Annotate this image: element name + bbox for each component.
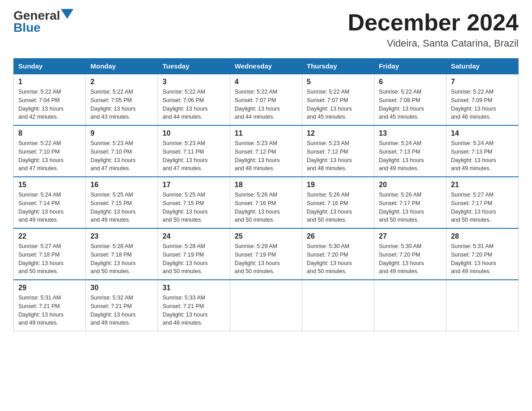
table-row: 24 Sunrise: 5:28 AM Sunset: 7:19 PM Dayl… xyxy=(158,228,230,280)
title-block: December 2024 Videira, Santa Catarina, B… xyxy=(348,9,519,49)
table-row: 11 Sunrise: 5:23 AM Sunset: 7:12 PM Dayl… xyxy=(230,125,302,177)
day-number: 16 xyxy=(90,181,153,189)
day-info: Sunrise: 5:22 AM Sunset: 7:08 PM Dayligh… xyxy=(379,88,442,121)
day-number: 8 xyxy=(18,129,81,137)
logo: General Blue xyxy=(13,9,73,35)
day-info: Sunrise: 5:26 AM Sunset: 7:17 PM Dayligh… xyxy=(379,191,442,224)
calendar-week-row: 1 Sunrise: 5:22 AM Sunset: 7:04 PM Dayli… xyxy=(14,74,519,125)
day-number: 27 xyxy=(379,232,442,240)
day-number: 20 xyxy=(379,181,442,189)
table-row: 2 Sunrise: 5:22 AM Sunset: 7:05 PM Dayli… xyxy=(86,74,158,125)
day-number: 19 xyxy=(307,181,369,189)
table-row: 21 Sunrise: 5:27 AM Sunset: 7:17 PM Dayl… xyxy=(446,177,519,228)
table-row: 19 Sunrise: 5:26 AM Sunset: 7:16 PM Dayl… xyxy=(302,177,374,228)
table-row: 3 Sunrise: 5:22 AM Sunset: 7:06 PM Dayli… xyxy=(158,74,230,125)
table-row: 6 Sunrise: 5:22 AM Sunset: 7:08 PM Dayli… xyxy=(374,74,446,125)
day-info: Sunrise: 5:25 AM Sunset: 7:15 PM Dayligh… xyxy=(163,191,225,224)
table-row: 12 Sunrise: 5:23 AM Sunset: 7:12 PM Dayl… xyxy=(302,125,374,177)
page-header: General Blue December 2024 Videira, Sant… xyxy=(13,9,519,49)
day-info: Sunrise: 5:27 AM Sunset: 7:18 PM Dayligh… xyxy=(18,242,81,276)
day-info: Sunrise: 5:23 AM Sunset: 7:11 PM Dayligh… xyxy=(163,139,225,173)
table-row: 1 Sunrise: 5:22 AM Sunset: 7:04 PM Dayli… xyxy=(14,74,86,125)
day-number: 14 xyxy=(451,129,514,137)
day-number: 13 xyxy=(379,129,442,137)
table-row: 23 Sunrise: 5:28 AM Sunset: 7:18 PM Dayl… xyxy=(86,228,158,280)
day-number: 31 xyxy=(163,284,225,292)
day-info: Sunrise: 5:22 AM Sunset: 7:07 PM Dayligh… xyxy=(235,88,297,121)
day-number: 21 xyxy=(451,181,514,189)
day-info: Sunrise: 5:24 AM Sunset: 7:13 PM Dayligh… xyxy=(451,139,514,173)
table-row: 22 Sunrise: 5:27 AM Sunset: 7:18 PM Dayl… xyxy=(14,228,86,280)
day-number: 11 xyxy=(235,129,297,137)
day-info: Sunrise: 5:31 AM Sunset: 7:21 PM Dayligh… xyxy=(18,294,81,327)
day-info: Sunrise: 5:23 AM Sunset: 7:10 PM Dayligh… xyxy=(90,139,153,173)
day-number: 18 xyxy=(235,181,297,189)
day-info: Sunrise: 5:25 AM Sunset: 7:15 PM Dayligh… xyxy=(90,191,153,224)
calendar-week-row: 8 Sunrise: 5:22 AM Sunset: 7:10 PM Dayli… xyxy=(14,125,519,177)
table-row xyxy=(302,280,374,331)
day-number: 2 xyxy=(90,78,153,86)
table-row: 31 Sunrise: 5:33 AM Sunset: 7:21 PM Dayl… xyxy=(158,280,230,331)
day-info: Sunrise: 5:24 AM Sunset: 7:13 PM Dayligh… xyxy=(379,139,442,173)
day-info: Sunrise: 5:30 AM Sunset: 7:20 PM Dayligh… xyxy=(307,242,369,276)
table-row: 30 Sunrise: 5:32 AM Sunset: 7:21 PM Dayl… xyxy=(86,280,158,331)
col-sunday: Sunday xyxy=(14,59,86,74)
day-info: Sunrise: 5:23 AM Sunset: 7:12 PM Dayligh… xyxy=(235,139,297,173)
table-row: 26 Sunrise: 5:30 AM Sunset: 7:20 PM Dayl… xyxy=(302,228,374,280)
table-row: 9 Sunrise: 5:23 AM Sunset: 7:10 PM Dayli… xyxy=(86,125,158,177)
table-row: 18 Sunrise: 5:26 AM Sunset: 7:16 PM Dayl… xyxy=(230,177,302,228)
day-number: 28 xyxy=(451,232,514,240)
day-info: Sunrise: 5:22 AM Sunset: 7:04 PM Dayligh… xyxy=(18,88,81,121)
day-number: 24 xyxy=(163,232,225,240)
table-row: 8 Sunrise: 5:22 AM Sunset: 7:10 PM Dayli… xyxy=(14,125,86,177)
table-row: 20 Sunrise: 5:26 AM Sunset: 7:17 PM Dayl… xyxy=(374,177,446,228)
table-row: 7 Sunrise: 5:22 AM Sunset: 7:09 PM Dayli… xyxy=(446,74,519,125)
table-row: 27 Sunrise: 5:30 AM Sunset: 7:20 PM Dayl… xyxy=(374,228,446,280)
table-row: 29 Sunrise: 5:31 AM Sunset: 7:21 PM Dayl… xyxy=(14,280,86,331)
table-row xyxy=(374,280,446,331)
day-info: Sunrise: 5:28 AM Sunset: 7:19 PM Dayligh… xyxy=(163,242,225,276)
table-row: 13 Sunrise: 5:24 AM Sunset: 7:13 PM Dayl… xyxy=(374,125,446,177)
day-info: Sunrise: 5:26 AM Sunset: 7:16 PM Dayligh… xyxy=(235,191,297,224)
day-number: 6 xyxy=(379,78,442,86)
table-row: 28 Sunrise: 5:31 AM Sunset: 7:20 PM Dayl… xyxy=(446,228,519,280)
day-number: 7 xyxy=(451,78,514,86)
day-info: Sunrise: 5:22 AM Sunset: 7:06 PM Dayligh… xyxy=(163,88,225,121)
day-info: Sunrise: 5:22 AM Sunset: 7:10 PM Dayligh… xyxy=(18,139,81,173)
table-row xyxy=(230,280,302,331)
location-subtitle: Videira, Santa Catarina, Brazil xyxy=(348,38,519,49)
table-row: 10 Sunrise: 5:23 AM Sunset: 7:11 PM Dayl… xyxy=(158,125,230,177)
calendar-header-row: Sunday Monday Tuesday Wednesday Thursday… xyxy=(14,59,519,74)
day-number: 17 xyxy=(163,181,225,189)
table-row: 4 Sunrise: 5:22 AM Sunset: 7:07 PM Dayli… xyxy=(230,74,302,125)
table-row xyxy=(446,280,519,331)
day-info: Sunrise: 5:22 AM Sunset: 7:05 PM Dayligh… xyxy=(90,88,153,121)
day-number: 26 xyxy=(307,232,369,240)
day-number: 9 xyxy=(90,129,153,137)
day-info: Sunrise: 5:28 AM Sunset: 7:18 PM Dayligh… xyxy=(90,242,153,276)
table-row: 14 Sunrise: 5:24 AM Sunset: 7:13 PM Dayl… xyxy=(446,125,519,177)
day-number: 4 xyxy=(235,78,297,86)
col-friday: Friday xyxy=(374,59,446,74)
day-number: 1 xyxy=(18,78,81,86)
day-number: 23 xyxy=(90,232,153,240)
day-number: 12 xyxy=(307,129,369,137)
day-info: Sunrise: 5:31 AM Sunset: 7:20 PM Dayligh… xyxy=(451,242,514,276)
table-row: 5 Sunrise: 5:22 AM Sunset: 7:07 PM Dayli… xyxy=(302,74,374,125)
day-info: Sunrise: 5:27 AM Sunset: 7:17 PM Dayligh… xyxy=(451,191,514,224)
table-row: 15 Sunrise: 5:24 AM Sunset: 7:14 PM Dayl… xyxy=(14,177,86,228)
col-wednesday: Wednesday xyxy=(230,59,302,74)
table-row: 16 Sunrise: 5:25 AM Sunset: 7:15 PM Dayl… xyxy=(86,177,158,228)
day-info: Sunrise: 5:23 AM Sunset: 7:12 PM Dayligh… xyxy=(307,139,369,173)
day-info: Sunrise: 5:26 AM Sunset: 7:16 PM Dayligh… xyxy=(307,191,369,224)
day-number: 25 xyxy=(235,232,297,240)
day-info: Sunrise: 5:33 AM Sunset: 7:21 PM Dayligh… xyxy=(163,294,225,327)
col-thursday: Thursday xyxy=(302,59,374,74)
day-number: 3 xyxy=(163,78,225,86)
col-saturday: Saturday xyxy=(446,59,519,74)
day-info: Sunrise: 5:32 AM Sunset: 7:21 PM Dayligh… xyxy=(90,294,153,327)
day-number: 5 xyxy=(307,78,369,86)
day-number: 22 xyxy=(18,232,81,240)
day-number: 30 xyxy=(90,284,153,292)
day-number: 15 xyxy=(18,181,81,189)
